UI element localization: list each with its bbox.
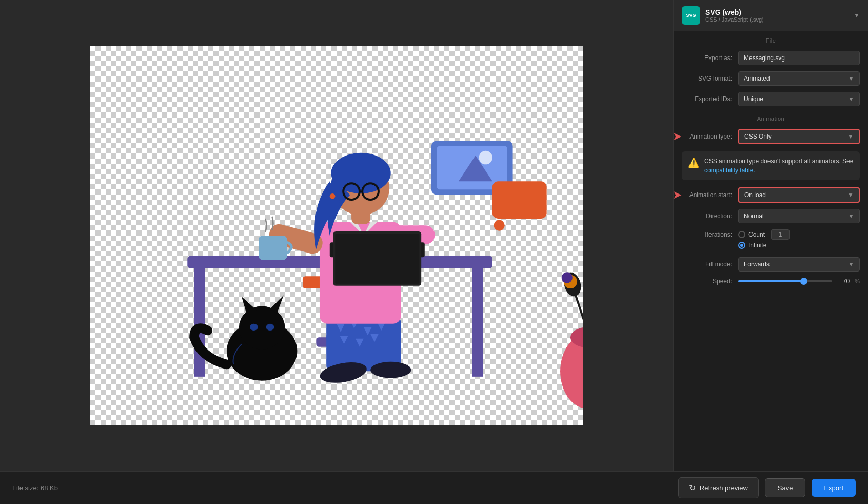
format-info: SVG (web) CSS / JavaScript (.svg) (705, 8, 850, 23)
fill-mode-row: Fill mode: Forwards ▼ (674, 254, 868, 275)
animation-start-label: Animation start: (682, 191, 738, 199)
preview-panel: ♥ (0, 0, 673, 471)
checkerboard-bg: ♥ (90, 46, 583, 425)
exported-ids-label: Exported IDs: (682, 95, 738, 103)
exported-ids-row: Exported IDs: Unique ▼ (674, 89, 868, 109)
fill-mode-control[interactable]: Forwards ▼ (738, 257, 860, 272)
panel-content: File Export as: Messaging.svg SVG format… (674, 31, 868, 471)
svg-format-control[interactable]: Animated ▼ (738, 71, 860, 86)
export-as-row: Export as: Messaging.svg (674, 48, 868, 68)
iterations-group: Iterations: Count Infinite (674, 226, 868, 254)
speed-slider-container: 70 % (738, 278, 860, 285)
exported-ids-arrow: ▼ (848, 95, 854, 103)
speed-slider-fill (738, 280, 804, 282)
infinite-radio-btn[interactable] (738, 242, 745, 249)
svg-point-34 (330, 193, 336, 199)
bottom-actions: ↻ Refresh preview Save Export (678, 477, 856, 498)
animation-start-control[interactable]: On load ▼ (738, 187, 860, 203)
speed-row: Speed: 70 % (674, 275, 868, 288)
svg-point-41 (494, 220, 505, 231)
file-size: File size: 68 Kb (12, 484, 58, 492)
animation-section-label: Animation (674, 109, 868, 126)
count-label: Count (748, 231, 765, 238)
warning-text: CSS animation type doesn't support all a… (704, 157, 854, 175)
direction-row: Direction: Normal ▼ (674, 206, 868, 226)
save-button[interactable]: Save (765, 478, 806, 497)
speed-unit: % (855, 278, 860, 284)
animation-start-arrow: ▼ (847, 191, 854, 199)
svg-point-62 (266, 324, 274, 331)
svg-format-label: SVG format: (682, 75, 738, 82)
svg-rect-2 (472, 268, 483, 376)
svg-rect-35 (259, 236, 287, 260)
export-as-control[interactable]: Messaging.svg (738, 51, 860, 65)
animation-type-arrow: ▼ (847, 133, 854, 140)
compatibility-table-link[interactable]: compatibility table. (704, 167, 755, 174)
svg-point-16 (370, 362, 411, 378)
infinite-radio-option[interactable]: Infinite (738, 242, 766, 249)
speed-label: Speed: (682, 278, 738, 285)
iterations-count-row: Iterations: Count (682, 229, 860, 240)
svg-format-row: SVG format: Animated ▼ (674, 68, 868, 89)
count-radio-btn[interactable] (738, 231, 745, 238)
svg-point-50 (562, 272, 573, 283)
refresh-preview-button[interactable]: ↻ Refresh preview (678, 477, 759, 498)
speed-slider-track[interactable] (738, 280, 832, 282)
svg-rect-27 (335, 234, 419, 284)
animation-type-label: Animation type: (682, 133, 738, 140)
animation-type-control[interactable]: CSS Only ▼ (738, 129, 860, 144)
svg-point-39 (479, 151, 492, 164)
svg-rect-40 (492, 181, 547, 219)
bottom-bar: File size: 68 Kb ↻ Refresh preview Save … (0, 471, 868, 504)
refresh-icon: ↻ (689, 483, 696, 493)
format-title: SVG (web) (705, 8, 850, 16)
direction-control[interactable]: Normal ▼ (738, 209, 860, 223)
format-subtitle: CSS / JavaScript (.svg) (705, 16, 850, 23)
format-selector[interactable]: SVG SVG (web) CSS / JavaScript (.svg) ▼ (674, 0, 868, 31)
svg-format-icon: SVG (682, 6, 700, 25)
iterations-infinite-row: Infinite (682, 242, 860, 249)
count-input[interactable] (771, 229, 790, 240)
right-panel: SVG SVG (web) CSS / JavaScript (.svg) ▼ … (673, 0, 868, 471)
iterations-label: Iterations: (682, 231, 738, 238)
speed-slider-thumb[interactable] (800, 278, 807, 285)
svg-point-61 (250, 324, 258, 331)
exported-ids-control[interactable]: Unique ▼ (738, 92, 860, 106)
direction-arrow: ▼ (848, 212, 854, 220)
fill-mode-label: Fill mode: (682, 261, 738, 268)
infinite-label: Infinite (748, 242, 766, 249)
warning-icon: ⚠️ (688, 157, 699, 168)
export-as-label: Export as: (682, 54, 738, 62)
fill-mode-arrow: ▼ (848, 261, 854, 268)
svg-format-arrow: ▼ (848, 75, 854, 82)
file-section-label: File (674, 31, 868, 48)
export-button[interactable]: Export (812, 479, 856, 497)
svg-illustration: ♥ (90, 46, 583, 425)
format-dropdown-arrow[interactable]: ▼ (854, 12, 860, 19)
svg-point-58 (239, 306, 285, 350)
warning-box: ⚠️ CSS animation type doesn't support al… (682, 151, 860, 180)
svg-rect-1 (194, 268, 205, 376)
speed-value: 70 (837, 278, 850, 285)
direction-label: Direction: (682, 212, 738, 220)
count-radio-option[interactable]: Count (738, 229, 790, 240)
